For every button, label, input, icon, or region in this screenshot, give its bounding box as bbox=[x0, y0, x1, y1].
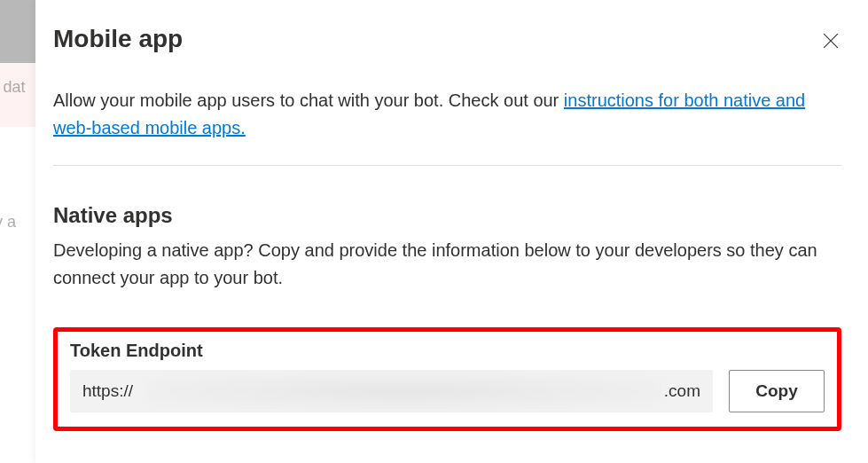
token-endpoint-label: Token Endpoint bbox=[70, 341, 825, 361]
token-endpoint-highlight: Token Endpoint https:// .com Copy bbox=[53, 327, 841, 431]
token-endpoint-prefix: https:// bbox=[82, 381, 133, 401]
token-endpoint-suffix: .com bbox=[664, 381, 700, 401]
panel-description-text: Allow your mobile app users to chat with… bbox=[53, 90, 564, 110]
background-text-fragment: hey a bbox=[0, 213, 16, 232]
native-apps-title: Native apps bbox=[53, 203, 841, 228]
token-endpoint-field[interactable]: https:// .com bbox=[70, 370, 713, 412]
panel-title: Mobile app bbox=[53, 25, 183, 53]
copy-button[interactable]: Copy bbox=[729, 370, 825, 412]
close-button[interactable] bbox=[817, 28, 845, 57]
divider bbox=[53, 165, 841, 166]
background-peek bbox=[0, 0, 35, 463]
close-icon bbox=[823, 33, 839, 52]
native-apps-description: Developing a native app? Copy and provid… bbox=[53, 237, 841, 292]
native-apps-section: Native apps Developing a native app? Cop… bbox=[53, 203, 841, 431]
background-text-fragment: 's dat bbox=[0, 78, 25, 97]
token-endpoint-redacted bbox=[146, 373, 661, 409]
panel-description: Allow your mobile app users to chat with… bbox=[53, 87, 841, 142]
mobile-app-panel: Mobile app Allow your mobile app users t… bbox=[35, 0, 868, 463]
copy-button-label: Copy bbox=[755, 381, 798, 401]
